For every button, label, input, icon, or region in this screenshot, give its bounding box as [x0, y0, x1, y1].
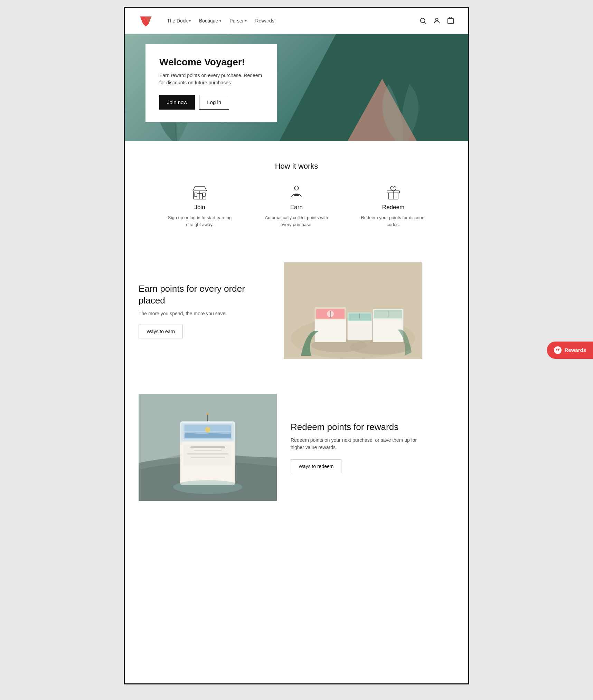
hero-buttons: Join now Log in	[159, 95, 263, 110]
step-earn-name: Earn	[290, 204, 303, 211]
svg-point-13	[294, 186, 299, 190]
earn-product-image	[284, 262, 422, 359]
page-frame: The Dock ▾ Boutique ▾ Purser ▾ Rewards	[124, 7, 469, 684]
log-in-button[interactable]: Log in	[199, 95, 229, 110]
svg-rect-11	[194, 193, 197, 196]
svg-point-3	[421, 18, 425, 23]
how-it-works-section: How it works Join Sign up or log in to s…	[125, 141, 468, 242]
hero-card: Welcome Voyager! Earn reward points on e…	[145, 44, 277, 122]
step-join-desc: Sign up or log in to start earning strai…	[165, 214, 234, 228]
search-icon	[419, 17, 427, 25]
svg-marker-58	[556, 348, 558, 351]
account-button[interactable]	[433, 17, 441, 25]
svg-point-5	[435, 18, 438, 21]
svg-rect-12	[203, 193, 205, 196]
gift-icon	[386, 185, 401, 200]
earn-section-title: Earn points for every order placed	[139, 283, 270, 307]
join-now-button[interactable]: Join now	[159, 95, 195, 110]
step-join: Join Sign up or log in to start earning …	[165, 185, 234, 228]
store-icon	[192, 185, 207, 200]
steps-container: Join Sign up or log in to start earning …	[139, 185, 454, 228]
svg-point-52	[207, 413, 209, 415]
search-button[interactable]	[419, 17, 427, 25]
v-logo-icon	[555, 348, 560, 353]
svg-rect-30	[348, 321, 372, 340]
cart-button[interactable]	[447, 17, 454, 25]
header-actions	[419, 17, 454, 25]
chevron-down-icon: ▾	[219, 19, 221, 23]
cart-icon	[447, 17, 454, 25]
rewards-fab-icon	[554, 346, 562, 354]
redeem-product-image	[139, 394, 277, 501]
svg-rect-6	[448, 19, 454, 24]
hero-banner: Welcome Voyager! Earn reward points on e…	[125, 34, 468, 141]
svg-point-48	[205, 427, 210, 432]
header: The Dock ▾ Boutique ▾ Purser ▾ Rewards	[125, 8, 468, 34]
step-earn-desc: Automatically collect points with every …	[262, 214, 331, 228]
high-seas-candle-illustration	[139, 394, 277, 501]
rewards-fab-label: Rewards	[564, 347, 586, 353]
redeem-section-title: Redeem points for rewards	[291, 422, 422, 432]
candle-products-illustration	[284, 262, 422, 359]
nav-item-boutique[interactable]: Boutique ▾	[196, 16, 225, 26]
hero-leaf-right	[371, 79, 434, 141]
earn-section-description: The more you spend, the more you save.	[139, 311, 270, 316]
svg-rect-56	[190, 457, 225, 458]
svg-point-37	[300, 341, 302, 343]
ways-to-redeem-button[interactable]: Ways to redeem	[291, 459, 341, 473]
main-nav: The Dock ▾ Boutique ▾ Purser ▾ Rewards	[163, 16, 419, 26]
hero-description: Earn reward points on every purchase. Re…	[159, 72, 263, 86]
nav-item-purser[interactable]: Purser ▾	[226, 16, 250, 26]
redeem-section-description: Redeem points on your next purchase, or …	[291, 437, 422, 451]
redeem-section: Redeem points for rewards Redeem points …	[125, 380, 468, 522]
how-it-works-title: How it works	[139, 162, 454, 171]
svg-line-4	[424, 22, 426, 24]
svg-point-57	[173, 480, 242, 494]
nav-item-rewards[interactable]: Rewards	[252, 16, 277, 26]
earn-text-block: Earn points for every order placed The m…	[139, 283, 270, 338]
earn-section: Earn points for every order placed The m…	[125, 242, 468, 380]
svg-point-39	[404, 343, 405, 344]
step-earn: Earn Automatically collect points with e…	[262, 185, 331, 228]
rewards-fab-button[interactable]: Rewards	[547, 342, 593, 359]
nav-item-the-dock[interactable]: The Dock ▾	[163, 16, 194, 26]
svg-point-38	[308, 348, 309, 349]
svg-rect-55	[187, 453, 228, 455]
earn-icon	[289, 185, 304, 200]
step-redeem-desc: Redeem your points for discount codes.	[359, 214, 428, 228]
redeem-text-block: Redeem points for rewards Redeem points …	[291, 422, 422, 473]
step-join-name: Join	[194, 204, 205, 211]
svg-rect-53	[190, 446, 225, 448]
account-icon	[433, 17, 441, 25]
step-redeem: Redeem Redeem your points for discount c…	[359, 185, 428, 228]
chevron-down-icon: ▾	[189, 19, 191, 23]
svg-marker-59	[558, 348, 560, 351]
hero-title: Welcome Voyager!	[159, 57, 263, 68]
ways-to-earn-button[interactable]: Ways to earn	[139, 325, 183, 338]
step-redeem-name: Redeem	[382, 204, 404, 211]
svg-rect-25	[315, 319, 346, 342]
chevron-down-icon: ▾	[245, 19, 247, 23]
svg-rect-54	[194, 450, 222, 451]
logo[interactable]	[139, 13, 153, 28]
